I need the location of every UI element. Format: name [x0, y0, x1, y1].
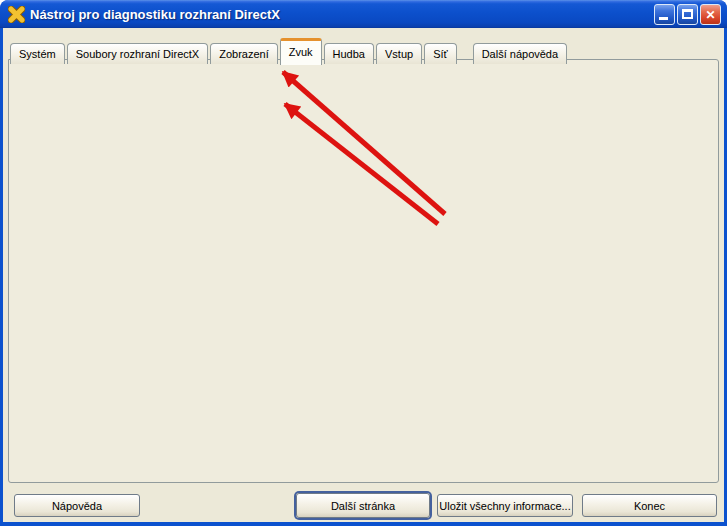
tab-system[interactable]: Systém — [10, 43, 65, 64]
dialog-client-area: Systém Soubory rozhraní DirectX Zobrazen… — [3, 28, 724, 522]
title-bar: Nástroj pro diagnostiku rozhraní DirectX… — [0, 0, 727, 28]
close-icon: ✕ — [701, 6, 720, 24]
exit-button[interactable]: Konec — [582, 494, 717, 517]
tab-music[interactable]: Hudba — [324, 43, 374, 64]
tab-input[interactable]: Vstup — [376, 43, 422, 64]
minimize-button[interactable] — [654, 4, 675, 25]
tab-strip: Systém Soubory rozhraní DirectX Zobrazen… — [10, 37, 567, 64]
maximize-icon — [682, 9, 693, 19]
sound-tab-page — [8, 59, 719, 483]
window-title: Nástroj pro diagnostiku rozhraní DirectX — [30, 7, 654, 22]
maximize-button[interactable] — [677, 4, 698, 25]
dxdiag-window: Nástroj pro diagnostiku rozhraní DirectX… — [0, 0, 727, 526]
next-page-button[interactable]: Další stránka — [296, 493, 430, 518]
tab-sound[interactable]: Zvuk — [280, 38, 322, 65]
minimize-icon — [659, 17, 668, 20]
close-button[interactable]: ✕ — [700, 4, 721, 25]
directx-app-icon — [8, 6, 25, 23]
tab-network[interactable]: Síť — [424, 43, 457, 64]
tab-display[interactable]: Zobrazení — [210, 43, 278, 64]
help-button[interactable]: Nápověda — [14, 494, 140, 517]
tab-directx-files[interactable]: Soubory rozhraní DirectX — [67, 43, 209, 64]
save-all-information-button[interactable]: Uložit všechny informace... — [437, 494, 573, 517]
tab-more-help[interactable]: Další nápověda — [473, 43, 567, 64]
